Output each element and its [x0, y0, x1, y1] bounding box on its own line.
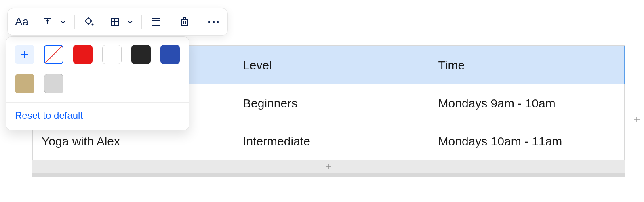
cell-level[interactable]: Intermediate	[234, 122, 429, 160]
delete-button[interactable]	[175, 12, 195, 32]
toolbar-divider	[199, 15, 199, 29]
tan-swatch[interactable]	[15, 74, 34, 93]
reset-to-default-link[interactable]: Reset to default	[15, 110, 83, 121]
header-cell-level[interactable]: Level	[234, 46, 429, 84]
cell-time[interactable]: Mondays 10am - 11am	[429, 122, 624, 160]
toolbar-divider	[103, 15, 103, 29]
toolbar-divider	[170, 15, 170, 29]
align-top-icon	[44, 18, 52, 26]
add-column-button[interactable]	[631, 114, 642, 125]
fill-color-button[interactable]	[79, 12, 99, 32]
borders-all-icon	[110, 17, 119, 26]
chevron-down-icon	[60, 19, 66, 25]
add-custom-color-swatch[interactable]	[15, 45, 34, 64]
more-options-button[interactable]	[203, 12, 223, 32]
svg-rect-7	[152, 18, 160, 25]
plus-icon	[20, 50, 29, 59]
borders-dropdown[interactable]	[123, 12, 137, 32]
plus-icon	[325, 163, 332, 170]
plus-icon	[633, 116, 640, 123]
black-swatch[interactable]	[131, 45, 151, 64]
toolbar-divider	[36, 15, 36, 29]
red-swatch[interactable]	[73, 45, 93, 64]
toolbar-divider	[74, 15, 75, 29]
formatting-toolbar: Aa	[7, 8, 228, 36]
gray-swatch[interactable]	[44, 74, 63, 93]
popover-divider	[6, 102, 189, 103]
text-style-button[interactable]: Aa	[12, 12, 32, 32]
more-horizontal-icon	[208, 21, 219, 23]
toolbar-divider	[141, 15, 142, 29]
vertical-align-button[interactable]	[40, 12, 55, 32]
add-row-button[interactable]	[32, 160, 625, 173]
borders-button[interactable]	[107, 12, 122, 32]
header-row-button[interactable]	[146, 12, 166, 32]
vertical-align-group	[40, 12, 70, 32]
svg-point-3	[92, 24, 94, 26]
header-cell-time[interactable]: Time	[429, 46, 624, 84]
borders-group	[107, 12, 137, 32]
paint-bucket-icon	[84, 17, 94, 27]
trash-icon	[180, 17, 189, 27]
cell-level[interactable]: Beginners	[234, 84, 429, 122]
vertical-align-dropdown[interactable]	[56, 12, 70, 32]
svg-rect-9	[182, 19, 187, 26]
cell-time[interactable]: Mondays 9am - 10am	[429, 84, 624, 122]
color-swatch-grid	[15, 45, 180, 93]
header-row-icon	[151, 17, 161, 26]
chevron-down-icon	[127, 19, 133, 25]
white-swatch[interactable]	[102, 45, 122, 64]
blue-swatch[interactable]	[160, 45, 180, 64]
no-color-swatch[interactable]	[44, 45, 63, 64]
fill-color-popover: Reset to default	[6, 36, 189, 130]
